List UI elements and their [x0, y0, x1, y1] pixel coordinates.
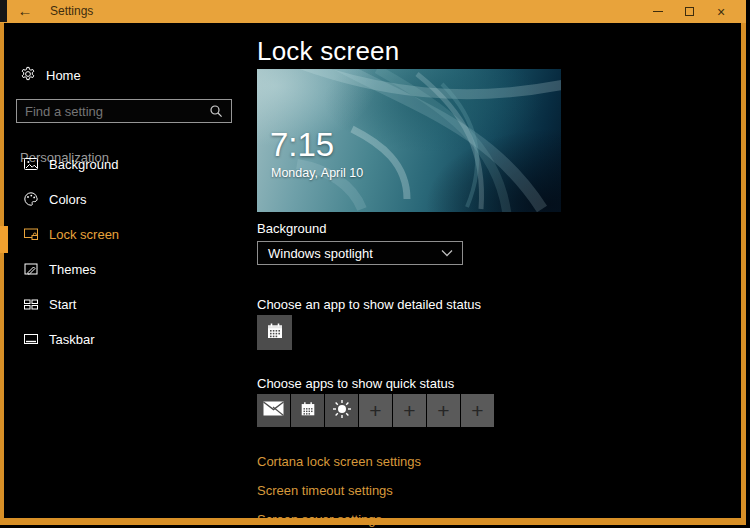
sidebar-item-background[interactable]: Background	[4, 151, 250, 177]
quick-status-app-button-weather[interactable]	[325, 394, 358, 427]
detailed-status-app-button-calendar[interactable]	[257, 315, 292, 350]
plus-icon: +	[369, 400, 381, 421]
background-dropdown[interactable]: Windows spotlight	[257, 241, 463, 265]
palette-icon	[22, 191, 39, 208]
quick-status-add-button-3[interactable]: +	[427, 394, 460, 427]
preview-clock-date: Monday, April 10	[271, 166, 363, 180]
sidebar-item-taskbar[interactable]: Taskbar	[4, 326, 250, 352]
taskbar-icon	[22, 331, 39, 348]
search-icon[interactable]	[209, 104, 231, 118]
themes-icon	[22, 261, 39, 278]
calendar-icon	[265, 321, 285, 345]
detailed-status-label: Choose an app to show detailed status	[257, 297, 481, 312]
link-cortana-lock-screen-settings[interactable]: Cortana lock screen settings	[257, 454, 421, 469]
maximize-icon	[685, 7, 694, 16]
sidebar: Home Personalization Background Colors	[4, 23, 250, 518]
minimize-icon	[653, 11, 663, 12]
quick-status-label: Choose apps to show quick status	[257, 376, 454, 391]
quick-status-add-button-1[interactable]: +	[359, 394, 392, 427]
window-title: Settings	[50, 0, 93, 23]
sidebar-item-label: Taskbar	[49, 332, 95, 347]
back-arrow-icon: ←	[18, 2, 33, 19]
background-dropdown-value: Windows spotlight	[268, 246, 373, 261]
quick-status-add-button-2[interactable]: +	[393, 394, 426, 427]
plus-icon: +	[471, 400, 483, 421]
main-content: Lock screen 7:15 Monday, April 10 Backgr…	[257, 23, 738, 518]
sidebar-item-label: Themes	[49, 262, 96, 277]
background-label: Background	[257, 221, 326, 236]
maximize-button[interactable]	[674, 0, 704, 23]
window-border-left	[0, 22, 4, 524]
quick-status-app-button-mail[interactable]	[257, 394, 290, 427]
sidebar-item-label: Colors	[49, 192, 87, 207]
window-border-bottom	[0, 518, 746, 525]
window-border-right	[741, 23, 746, 524]
lock-screen-preview: 7:15 Monday, April 10	[257, 69, 561, 212]
close-icon: ×	[717, 4, 725, 20]
plus-icon: +	[437, 400, 449, 421]
minimize-button[interactable]	[643, 0, 673, 23]
selected-item-accent-bar	[0, 226, 8, 253]
sidebar-item-start[interactable]: Start	[4, 291, 250, 317]
window-corner-notch	[0, 0, 7, 22]
mail-icon	[263, 401, 284, 420]
settings-window: ← Settings × Home Personalization Bac	[0, 0, 750, 528]
title-bar: ← Settings ×	[0, 0, 746, 23]
preview-clock-time: 7:15	[270, 126, 334, 164]
sidebar-item-label: Background	[49, 157, 118, 172]
sun-icon	[332, 399, 352, 423]
quick-status-app-button-calendar[interactable]	[291, 394, 324, 427]
lock-screen-icon	[22, 226, 39, 243]
sidebar-item-home[interactable]: Home	[20, 66, 81, 85]
background-image-icon	[22, 156, 39, 173]
sidebar-item-lock-screen[interactable]: Lock screen	[4, 221, 250, 247]
sidebar-item-label: Start	[49, 297, 76, 312]
search-box	[16, 99, 232, 123]
start-icon	[22, 296, 39, 313]
gear-icon	[20, 66, 36, 85]
sidebar-item-colors[interactable]: Colors	[4, 186, 250, 212]
close-button[interactable]: ×	[706, 0, 736, 23]
calendar-icon	[299, 400, 317, 422]
sidebar-item-themes[interactable]: Themes	[4, 256, 250, 282]
chevron-down-icon	[441, 249, 453, 257]
sidebar-home-label: Home	[46, 68, 81, 83]
link-screen-timeout-settings[interactable]: Screen timeout settings	[257, 483, 393, 498]
back-button[interactable]: ←	[12, 0, 38, 23]
search-input[interactable]	[17, 104, 209, 119]
page-title: Lock screen	[257, 36, 399, 67]
quick-status-add-button-4[interactable]: +	[461, 394, 494, 427]
sidebar-item-label: Lock screen	[49, 227, 119, 242]
plus-icon: +	[403, 400, 415, 421]
